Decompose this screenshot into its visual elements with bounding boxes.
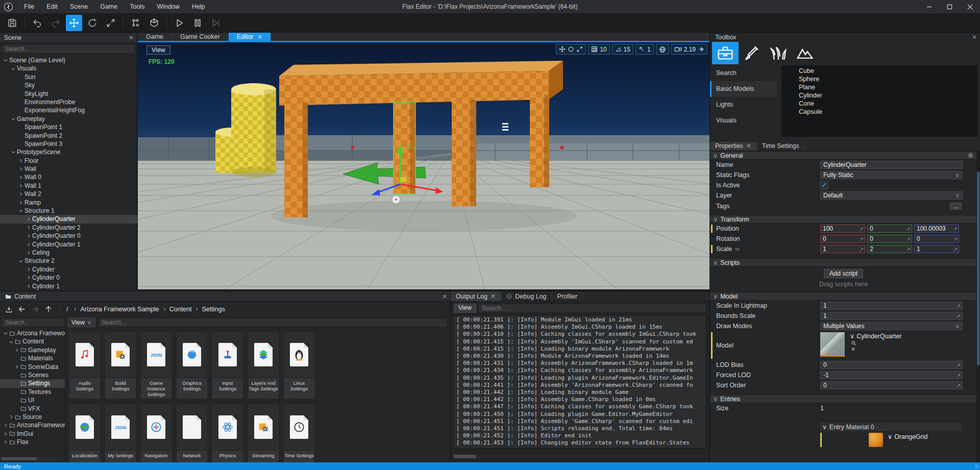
tab-editor[interactable]: Editor✕: [229, 33, 271, 41]
scene-tree-item[interactable]: CylinderQuarter 0: [0, 232, 137, 240]
content-tree-item[interactable]: UI: [0, 396, 65, 404]
chevron-right-icon[interactable]: [25, 242, 32, 247]
breadcrumb-item[interactable]: Content: [168, 305, 193, 313]
chevron-right-icon[interactable]: [13, 348, 20, 353]
toolbox-model-cone[interactable]: Cone: [799, 100, 977, 108]
camera-speed-chip[interactable]: 2.19: [671, 44, 707, 55]
tab-game-cooker[interactable]: Game Cooker: [172, 33, 229, 41]
chevron-right-icon[interactable]: [25, 233, 32, 238]
section-entries[interactable]: ∨ Entries: [710, 394, 977, 403]
nav-up-button[interactable]: [43, 304, 54, 315]
breadcrumb-item[interactable]: Settings: [200, 305, 226, 313]
content-item[interactable]: Physics: [212, 405, 243, 462]
scale-y-field[interactable]: 2↗: [867, 245, 912, 253]
close-tab-icon[interactable]: ✕: [258, 32, 262, 42]
scene-search-input[interactable]: [2, 44, 135, 54]
scene-tree-item[interactable]: Gameplay: [0, 115, 137, 123]
content-item[interactable]: Localization: [69, 405, 100, 462]
content-tree-item[interactable]: SceneData: [0, 363, 65, 371]
scale-x-field[interactable]: 1↗: [820, 245, 865, 253]
menu-window[interactable]: Window: [151, 0, 185, 13]
toolbox-close-icon[interactable]: ✕: [969, 34, 980, 41]
content-tree-item[interactable]: Content: [0, 337, 65, 345]
scene-tree-item[interactable]: Scene (Game Level): [0, 56, 137, 64]
chevron-right-icon[interactable]: [17, 158, 24, 163]
clear-asset-icon[interactable]: ✕: [850, 346, 901, 353]
resize-grip[interactable]: ⠿: [975, 464, 979, 469]
draw-modes-dropdown[interactable]: Multiple Values∨: [820, 322, 963, 330]
bounds-scale-field[interactable]: 1↗: [820, 312, 963, 320]
chevron-right-icon[interactable]: [17, 191, 24, 196]
content-item[interactable]: Graphics Settings: [177, 332, 207, 399]
menu-tools[interactable]: Tools: [124, 0, 151, 13]
content-tree-item[interactable]: Settings: [0, 379, 65, 387]
sort-order-field[interactable]: 0↗: [820, 381, 963, 389]
toolbox-tab-paint[interactable]: [739, 42, 765, 64]
rotation-x-field[interactable]: 0↗: [820, 235, 865, 243]
toolbox-tab-foliage[interactable]: [765, 42, 792, 64]
model-asset-thumbnail[interactable]: [820, 332, 845, 357]
scene-tree-item[interactable]: CylinderQuarter 1: [0, 240, 137, 249]
scene-tree-item[interactable]: EnvironmentProbe: [0, 98, 137, 106]
toolbox-model-cylinder[interactable]: Cylinder: [799, 91, 977, 100]
grid-size-chip[interactable]: 10: [588, 44, 609, 55]
scene-tree-item[interactable]: SpawnPoint 1: [0, 123, 137, 131]
content-tree-item[interactable]: Arizona Framework Samp: [0, 329, 65, 337]
maximize-button[interactable]: [939, 0, 960, 13]
content-item[interactable]: Layers And Tags Settings: [248, 332, 279, 399]
toolbox-model-capsule[interactable]: Capsule: [799, 108, 977, 116]
pause-button[interactable]: [189, 15, 206, 31]
chevron-right-icon[interactable]: [25, 217, 32, 222]
toolbox-tab-terrain[interactable]: [792, 42, 818, 64]
chevron-right-icon[interactable]: [8, 414, 15, 419]
toolbox-model-sphere[interactable]: Sphere: [799, 75, 977, 83]
tags-ellipsis-button[interactable]: ...: [950, 203, 962, 210]
chevron-right-icon[interactable]: [17, 175, 24, 180]
position-y-field[interactable]: 0↗: [867, 225, 912, 233]
tab-output-log[interactable]: Output Log✕: [451, 291, 501, 301]
name-field[interactable]: CylinderQuarter: [820, 161, 963, 169]
content-item[interactable]: Network: [177, 405, 207, 462]
menu-help[interactable]: Help: [186, 0, 211, 13]
save-button[interactable]: [4, 15, 20, 31]
breadcrumb-root[interactable]: /: [65, 305, 69, 313]
nav-forward-button[interactable]: [30, 304, 41, 315]
rotate-snap-chip[interactable]: 15: [612, 44, 633, 55]
scene-tree-item[interactable]: ExponentialHeightFog: [0, 106, 137, 114]
chevron-down-icon[interactable]: [10, 150, 17, 155]
scale-z-field[interactable]: 1↗: [914, 245, 959, 253]
content-tree-item[interactable]: Source: [0, 413, 65, 421]
tab-properties[interactable]: Properties✕: [710, 142, 757, 151]
toolbox-category-visuals[interactable]: Visuals: [710, 113, 777, 129]
log-search-input[interactable]: [478, 304, 706, 313]
scale-in-lightmap-field[interactable]: 1↗: [820, 302, 963, 310]
undo-button[interactable]: [29, 15, 45, 31]
toolbox-model-plane[interactable]: Plane: [799, 83, 977, 91]
scale-snap-chip[interactable]: 1: [635, 44, 654, 55]
nav-back-button[interactable]: [16, 304, 28, 315]
viewport-view-button[interactable]: View: [146, 45, 170, 55]
forced-lod-field[interactable]: -1↗: [820, 371, 963, 379]
menu-game[interactable]: Game: [94, 0, 124, 13]
lod-bias-field[interactable]: 0↗: [820, 361, 963, 369]
chevron-right-icon[interactable]: [17, 183, 24, 188]
chevron-down-icon[interactable]: [10, 116, 17, 121]
chevron-right-icon[interactable]: [2, 439, 9, 444]
build-scenes-button[interactable]: [146, 15, 162, 31]
content-item[interactable]: Audio Settings: [69, 332, 100, 399]
chevron-down-icon[interactable]: [8, 339, 15, 344]
section-scripts[interactable]: ∨ Scripts: [710, 258, 977, 267]
rotation-y-field[interactable]: 0↗: [867, 235, 912, 243]
world-space-chip[interactable]: [656, 44, 669, 55]
tab-profiler[interactable]: Profiler: [552, 291, 583, 301]
content-item[interactable]: Navigation: [141, 405, 172, 462]
scene-tree-item[interactable]: Sun: [0, 73, 137, 81]
section-general[interactable]: ∨ General: [710, 151, 977, 160]
content-tree-item[interactable]: ArizonaFramework: [0, 421, 65, 429]
position-z-field[interactable]: 100.00003↗: [914, 225, 959, 233]
scene-tree-item[interactable]: Sky: [0, 81, 137, 89]
menu-edit[interactable]: Edit: [40, 0, 64, 13]
content-item[interactable]: Input Settings: [212, 332, 243, 399]
content-view-dropdown[interactable]: View∨: [68, 318, 95, 327]
section-transform[interactable]: ∨ Transform: [710, 215, 977, 224]
